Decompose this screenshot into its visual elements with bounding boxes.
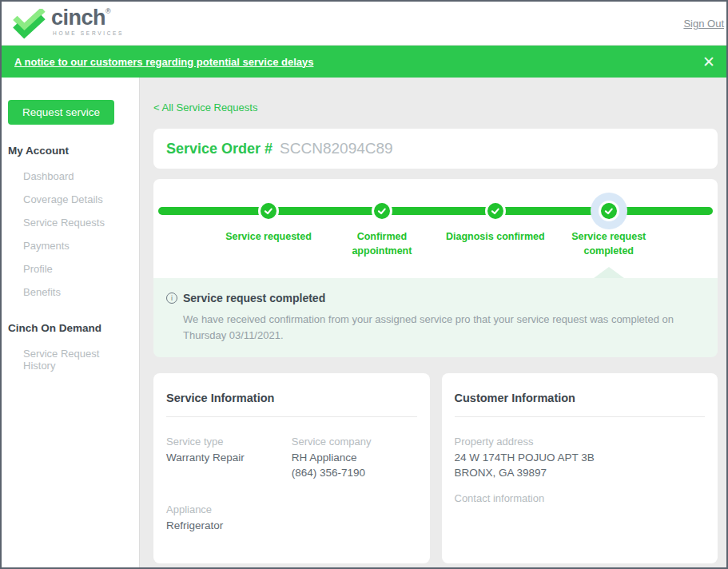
progress-tracker: Service requested Confirmed appointment … [153, 179, 718, 278]
field-value: Refrigerator [166, 519, 292, 534]
service-information-title: Service Information [166, 392, 417, 404]
field-service-type: Service type Warranty Repair [166, 436, 292, 481]
service-order-card: Service Order # SCCN82094C89 [153, 129, 718, 169]
sidebar-item-dashboard[interactable]: Dashboard [8, 166, 133, 186]
field-label: Appliance [166, 503, 292, 515]
step-label-service-request-completed: Service request completed [559, 230, 658, 258]
field-label: Contact information [455, 492, 706, 504]
field-value: RH Appliance [292, 451, 417, 466]
field-value-address-line1: 24 W 174TH POJUO APT 3B [455, 451, 706, 466]
step-service-requested [258, 201, 279, 221]
status-message-box: i Service request completed We have rece… [153, 278, 718, 357]
check-icon [372, 201, 392, 221]
check-icon [485, 201, 506, 221]
app-window: cinch® HOME SERVICES Sign Out A notice t… [0, 0, 728, 569]
status-body: We have received confirmation from your … [183, 312, 705, 343]
field-service-company: Service company RH Appliance (864) 356-7… [292, 436, 417, 481]
sidebar-item-benefits[interactable]: Benefits [8, 282, 133, 302]
step-label-service-requested: Service requested [219, 230, 318, 245]
progress-section: Service requested Confirmed appointment … [153, 179, 718, 357]
info-icon: i [166, 292, 177, 304]
status-title: Service request completed [183, 292, 325, 304]
field-contact-information: Contact information [455, 492, 706, 504]
customer-information-card: Customer Information Property address 24… [442, 373, 718, 563]
notice-link[interactable]: A notice to our customers regarding pote… [14, 56, 313, 68]
sidebar: Request service My Account Dashboard Cov… [2, 78, 140, 567]
service-information-card: Service Information Service type Warrant… [153, 373, 430, 563]
field-value: Warranty Repair [166, 451, 292, 466]
info-cards-row: Service Information Service type Warrant… [153, 373, 718, 563]
field-value-address-line2: BRONX, GA 39897 [455, 466, 706, 481]
cinch-logo: cinch® HOME SERVICES [11, 7, 124, 39]
customer-information-title: Customer Information [455, 392, 706, 404]
field-appliance: Appliance Refrigerator [166, 503, 292, 534]
sidebar-item-coverage-details[interactable]: Coverage Details [8, 189, 133, 209]
close-icon[interactable]: ✕ [702, 54, 715, 70]
step-service-request-completed [599, 201, 619, 221]
step-confirmed-appointment [372, 201, 392, 221]
sidebar-heading-my-account: My Account [8, 145, 133, 157]
body-row: Request service My Account Dashboard Cov… [2, 78, 726, 567]
double-checkmark-logo-icon [11, 7, 46, 39]
field-label: Service type [166, 436, 292, 448]
app-header: cinch® HOME SERVICES Sign Out [2, 2, 726, 46]
step-label-diagnosis-confirmed: Diagnosis confirmed [446, 230, 545, 245]
service-order-label: Service Order # [166, 141, 273, 157]
sidebar-item-profile[interactable]: Profile [8, 259, 133, 279]
step-diagnosis-confirmed [485, 201, 506, 221]
progress-bar [158, 207, 713, 215]
divider [455, 416, 706, 417]
field-value-phone: (864) 356-7190 [292, 466, 417, 481]
request-service-button[interactable]: Request service [8, 100, 114, 125]
sidebar-item-service-request-history[interactable]: Service Request History [8, 344, 133, 376]
sidebar-item-service-requests[interactable]: Service Requests [8, 213, 133, 233]
notice-banner: A notice to our customers regarding pote… [2, 46, 726, 78]
registered-mark: ® [105, 7, 111, 15]
back-link-all-service-requests[interactable]: < All Service Requests [153, 101, 718, 113]
divider [166, 416, 417, 417]
caret-up-icon [594, 267, 624, 278]
check-icon [599, 201, 619, 221]
field-label: Service company [292, 436, 417, 448]
sidebar-item-payments[interactable]: Payments [8, 236, 133, 256]
main-content: < All Service Requests Service Order # S… [140, 78, 726, 567]
step-label-confirmed-appointment: Confirmed appointment [332, 230, 432, 258]
check-icon [258, 201, 279, 221]
service-order-number: SCCN82094C89 [280, 140, 393, 157]
sign-out-link[interactable]: Sign Out [683, 18, 724, 30]
brand-name: cinch [51, 6, 105, 30]
field-label: Property address [455, 436, 706, 448]
field-property-address: Property address 24 W 174TH POJUO APT 3B… [455, 436, 706, 481]
brand-tagline: HOME SERVICES [53, 30, 124, 36]
sidebar-heading-cinch-on-demand: Cinch On Demand [8, 322, 133, 334]
